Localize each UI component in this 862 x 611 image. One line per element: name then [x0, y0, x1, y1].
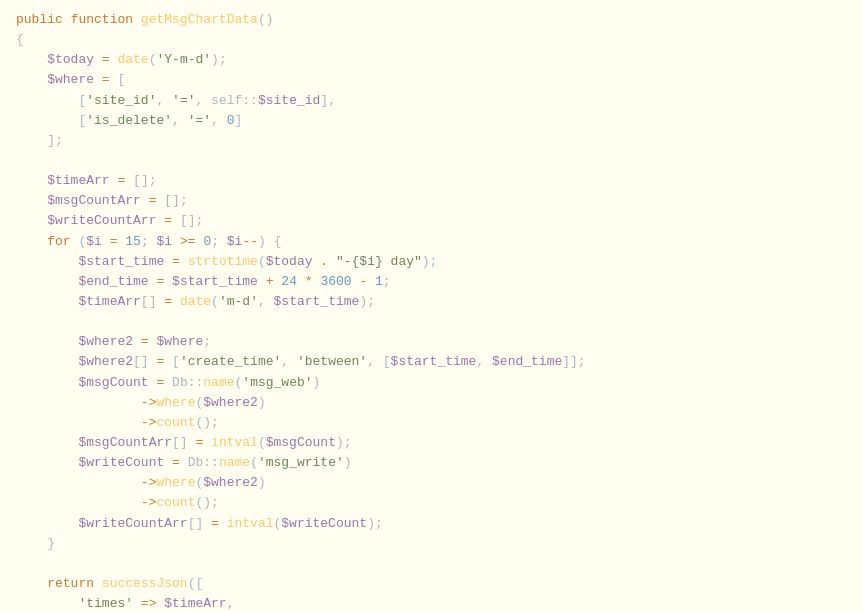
code-line-29: return successJson([	[16, 574, 846, 594]
code-line-24: ->where($where2)	[16, 473, 846, 493]
code-line-30: 'times' => $timeArr,	[16, 594, 846, 611]
code-line-11: $writeCountArr = [];	[16, 211, 846, 231]
code-line-15: $timeArr[] = date('m-d', $start_time);	[16, 292, 846, 312]
code-line-17: $where2 = $where;	[16, 332, 846, 352]
code-line-18: $where2[] = ['create_time', 'between', […	[16, 352, 846, 372]
code-line-1: public function getMsgChartData()	[16, 10, 846, 30]
code-line-10: $msgCountArr = [];	[16, 191, 846, 211]
code-line-28	[16, 554, 846, 574]
code-line-19: $msgCount = Db::name('msg_web')	[16, 373, 846, 393]
code-line-5: ['site_id', '=', self::$site_id],	[16, 91, 846, 111]
code-line-22: $msgCountArr[] = intval($msgCount);	[16, 433, 846, 453]
code-line-21: ->count();	[16, 413, 846, 433]
code-line-2: {	[16, 30, 846, 50]
code-line-26: $writeCountArr[] = intval($writeCount);	[16, 514, 846, 534]
code-line-6: ['is_delete', '=', 0]	[16, 111, 846, 131]
code-line-4: $where = [	[16, 70, 846, 90]
code-line-23: $writeCount = Db::name('msg_write')	[16, 453, 846, 473]
code-line-9: $timeArr = [];	[16, 171, 846, 191]
code-line-8	[16, 151, 846, 171]
code-line-3: $today = date('Y-m-d');	[16, 50, 846, 70]
code-line-25: ->count();	[16, 493, 846, 513]
code-line-20: ->where($where2)	[16, 393, 846, 413]
code-block: public function getMsgChartData() { $tod…	[0, 0, 862, 611]
code-line-27: }	[16, 534, 846, 554]
code-line-12: for ($i = 15; $i >= 0; $i--) {	[16, 232, 846, 252]
code-line-16	[16, 312, 846, 332]
code-line-13: $start_time = strtotime($today . "-{$i} …	[16, 252, 846, 272]
code-line-14: $end_time = $start_time + 24 * 3600 - 1;	[16, 272, 846, 292]
code-line-7: ];	[16, 131, 846, 151]
